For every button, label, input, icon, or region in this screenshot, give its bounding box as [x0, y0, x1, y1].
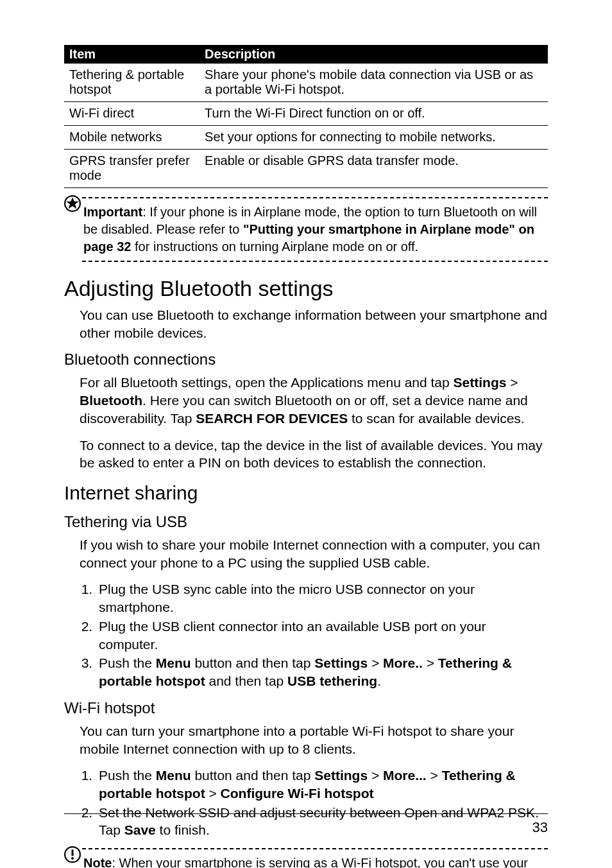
subheading-usb-tethering: Tethering via USB: [64, 513, 548, 531]
desc-cell: Share your phone's mobile data connectio…: [200, 64, 548, 102]
important-callout: Important: If your phone is in Airplane …: [64, 197, 548, 262]
item-cell: Wi-Fi direct: [64, 102, 200, 126]
list-item: Plug the USB client connector into an av…: [96, 618, 548, 653]
item-cell: Tethering & portable hotspot: [64, 64, 200, 102]
usb-tether-intro: If you wish to share your mobile Interne…: [80, 536, 548, 571]
note-text: Note: When your smartphone is serving as…: [83, 856, 528, 868]
item-cell: GPRS transfer prefer mode: [64, 150, 200, 188]
subheading-wifi-hotspot: Wi-Fi hotspot: [64, 699, 548, 717]
col-description: Description: [200, 45, 548, 64]
table-row: Mobile networks Set your options for con…: [64, 126, 548, 150]
note-callout: Note: When your smartphone is serving as…: [64, 848, 548, 868]
page-footer: 33: [64, 813, 548, 836]
page: Item Description Tethering & portable ho…: [0, 0, 612, 868]
table-row: Wi-Fi direct Turn the Wi-Fi Direct funct…: [64, 102, 548, 126]
settings-table: Item Description Tethering & portable ho…: [64, 45, 548, 188]
usb-tether-steps: Plug the USB sync cable into the micro U…: [80, 580, 548, 690]
desc-cell: Enable or disable GPRS data transfer mod…: [200, 150, 548, 188]
page-number: 33: [64, 819, 548, 836]
info-star-icon: [64, 195, 81, 216]
svg-rect-3: [71, 850, 73, 856]
footer-rule: [64, 813, 548, 814]
table-row: GPRS transfer prefer mode Enable or disa…: [64, 150, 548, 188]
subheading-bt-connections: Bluetooth connections: [64, 351, 548, 369]
desc-cell: Set your options for connecting to mobil…: [200, 126, 548, 150]
svg-point-4: [71, 857, 74, 860]
table-row: Tethering & portable hotspot Share your …: [64, 64, 548, 102]
list-item: Push the Menu button and then tap Settin…: [96, 767, 548, 802]
note-label: Note: [83, 856, 112, 868]
list-item: Plug the USB sync cable into the micro U…: [96, 580, 548, 616]
bt-paragraph-2: To connect to a device, tap the device i…: [80, 437, 548, 472]
item-cell: Mobile networks: [64, 126, 200, 150]
svg-marker-1: [66, 197, 79, 209]
bt-paragraph-1: For all Bluetooth settings, open the App…: [80, 374, 548, 427]
heading-bluetooth: Adjusting Bluetooth settings: [64, 276, 548, 301]
heading-internet-sharing: Internet sharing: [64, 482, 548, 504]
warning-icon: [64, 846, 81, 867]
important-text: Important: If your phone is in Airplane …: [83, 205, 537, 254]
wifi-hotspot-intro: You can turn your smartphone into a port…: [80, 722, 548, 758]
important-label: Important: [83, 205, 142, 219]
bluetooth-intro: You can use Bluetooth to exchange inform…: [80, 306, 548, 342]
desc-cell: Turn the Wi-Fi Direct function on or off…: [200, 102, 548, 126]
list-item: Push the Menu button and then tap Settin…: [96, 654, 548, 690]
col-item: Item: [64, 45, 200, 64]
